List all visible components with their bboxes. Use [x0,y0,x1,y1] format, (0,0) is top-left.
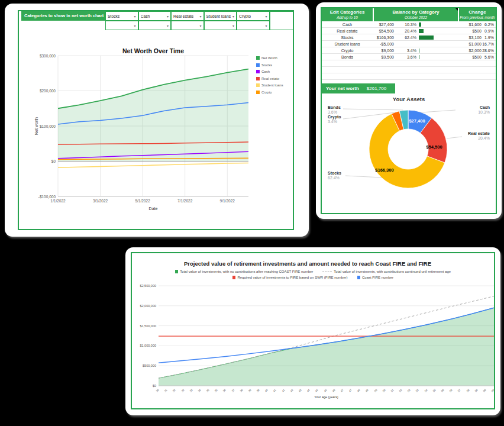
legend-swatch [256,63,260,67]
net-worth-area [58,69,248,162]
legend-swatch [256,83,260,87]
legend-item: Student loans [256,83,283,87]
legend-item: Crypto [256,91,283,94]
legend-swatch [256,77,260,80]
legend-swatch [256,70,260,73]
legend-item: Cash [256,70,283,73]
balance-summary-card: Edit Categories Add up to 10 Balance by … [316,2,502,219]
label-leader-line [447,137,462,138]
series-line-student-loans [58,163,248,167]
legend-label: Student loans [261,83,283,87]
legend-swatch [256,91,260,94]
legend-swatch [256,56,260,60]
fire-projection-chart [125,247,500,415]
legend-item: Stocks [256,63,283,67]
legend-label: Stocks [261,63,272,67]
y-axis-title: Net worth [34,104,41,149]
net-worth-chart-card: Categories to show in net worth chart St… [5,4,309,237]
x-axis-title: Date [58,206,248,211]
label-leader-line [421,110,455,112]
legend-label: Crypto [261,91,272,94]
label-leader-line [345,176,382,178]
legend-label: Cash [261,70,270,73]
legend-item: Net Worth [256,56,283,60]
legend-label: Real estate [261,77,279,80]
fire-projection-card: Projected value of retirement investment… [125,247,500,415]
chart-legend: Net WorthStocksCashReal estateStudent lo… [256,56,283,97]
legend-label: Net Worth [261,56,277,60]
legend-item: Real estate [256,77,283,80]
fire-series-area [159,308,494,386]
label-leader-line [343,109,403,110]
fire-x-axis-title: Your age (years) [159,395,494,399]
assets-donut-chart [316,2,502,219]
net-worth-chart [5,4,309,237]
